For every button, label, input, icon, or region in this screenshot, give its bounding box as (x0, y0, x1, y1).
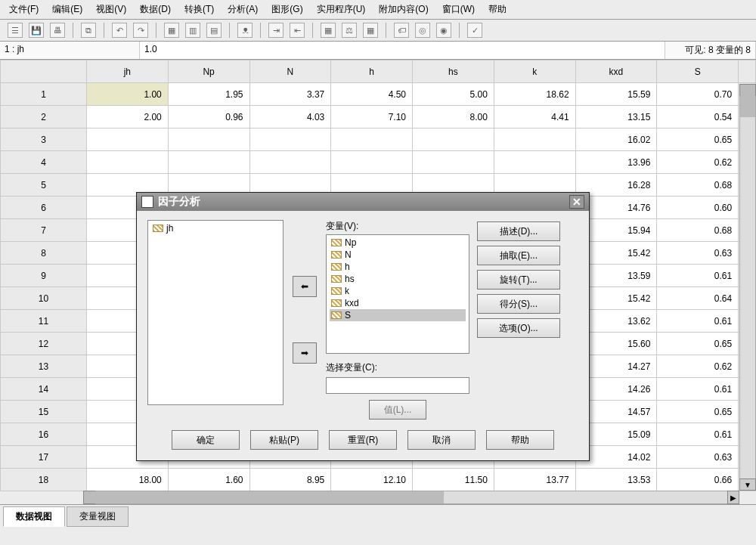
weight-icon[interactable]: ⚖ (342, 23, 357, 38)
grid-cell[interactable] (168, 129, 249, 151)
reset-button[interactable]: 重置(R) (329, 430, 397, 450)
column-header[interactable]: kxd (575, 60, 657, 83)
undo-icon[interactable]: ↶ (112, 23, 127, 38)
menu-addons[interactable]: 附加内容(O) (379, 3, 428, 16)
grid-cell[interactable]: 8.95 (249, 469, 331, 491)
variables-icon[interactable]: ▤ (206, 23, 222, 38)
grid-cell[interactable] (249, 129, 331, 151)
value-button[interactable]: 值(L)... (369, 400, 426, 420)
scroll-thumb[interactable] (84, 491, 444, 503)
row-header[interactable]: 18 (1, 469, 87, 491)
row-header[interactable]: 11 (1, 310, 87, 333)
row-header[interactable]: 8 (1, 242, 87, 265)
grid-cell[interactable]: 0.62 (657, 151, 739, 174)
grid-cell[interactable]: 0.61 (657, 310, 739, 333)
grid-cell[interactable] (168, 151, 249, 174)
scroll-down-icon[interactable]: ▼ (739, 478, 756, 491)
grid-cell[interactable]: 0.65 (657, 401, 739, 423)
grid-cell[interactable]: 0.64 (657, 287, 739, 310)
column-header[interactable]: hs (413, 60, 494, 83)
grid-cell[interactable]: 0.70 (657, 83, 739, 106)
grid-cell[interactable]: 18.62 (494, 83, 575, 106)
grid-cell[interactable]: 3.37 (249, 83, 331, 106)
row-header[interactable]: 9 (1, 265, 87, 287)
split-file-icon[interactable]: ▦ (321, 23, 336, 38)
menu-utilities[interactable]: 实用程序(U) (317, 3, 366, 16)
row-header[interactable]: 2 (1, 106, 87, 129)
close-button[interactable]: ✕ (569, 195, 584, 209)
grid-cell[interactable] (249, 151, 331, 174)
grid-cell[interactable]: 4.50 (331, 83, 413, 106)
grid-cell[interactable]: 13.96 (575, 151, 657, 174)
move-to-selection-button[interactable]: ➡ (293, 342, 317, 364)
grid-cell[interactable]: 2.00 (86, 106, 168, 129)
grid-cell[interactable]: 1.60 (168, 469, 249, 491)
grid-cell[interactable] (331, 129, 413, 151)
row-header[interactable]: 12 (1, 333, 87, 355)
grid-cell[interactable]: 0.61 (657, 265, 739, 287)
save-icon[interactable]: 💾 (29, 23, 44, 38)
cell-value-editor[interactable]: 1.0 (140, 42, 665, 59)
grid-cell[interactable]: 12.10 (331, 469, 413, 491)
grid-cell[interactable] (413, 129, 494, 151)
ok-button[interactable]: 确定 (172, 430, 240, 450)
grid-cell[interactable]: 5.00 (413, 83, 494, 106)
row-header[interactable]: 7 (1, 219, 87, 242)
grid-cell[interactable]: 13.53 (575, 469, 657, 491)
column-header[interactable]: S (657, 60, 739, 83)
column-header[interactable]: h (331, 60, 413, 83)
grid-cell[interactable]: 0.63 (657, 242, 739, 265)
row-header[interactable]: 15 (1, 401, 87, 423)
grid-cell[interactable]: 0.60 (657, 197, 739, 219)
print-icon[interactable]: 🖶 (50, 23, 65, 38)
cancel-button[interactable]: 取消 (407, 430, 476, 450)
grid-cell[interactable] (494, 151, 575, 174)
select-cases-icon[interactable]: ▦ (363, 23, 378, 38)
grid-cell[interactable] (86, 151, 168, 174)
row-header[interactable]: 5 (1, 174, 87, 197)
grid-cell[interactable]: 0.63 (657, 446, 739, 469)
grid-cell[interactable]: 0.66 (657, 469, 739, 491)
cell-reference[interactable]: 1 : jh (0, 42, 140, 59)
grid-cell[interactable]: 13.77 (494, 469, 575, 491)
goto-var-icon[interactable]: ▥ (185, 23, 200, 38)
grid-cell[interactable]: 0.62 (657, 355, 739, 378)
row-header[interactable]: 17 (1, 446, 87, 469)
grid-cell[interactable]: 4.41 (494, 106, 575, 129)
grid-cell[interactable] (86, 129, 168, 151)
column-header[interactable]: jh (86, 60, 168, 83)
grid-cell[interactable] (413, 151, 494, 174)
tab-data-view[interactable]: 数据视图 (3, 506, 65, 527)
grid-cell[interactable]: 0.65 (657, 333, 739, 355)
value-labels-icon[interactable]: 🏷 (394, 23, 409, 38)
use-sets-icon[interactable]: ◎ (415, 23, 430, 38)
menu-view[interactable]: 视图(V) (96, 3, 126, 16)
list-item[interactable]: Np (330, 237, 466, 249)
list-item[interactable]: S (330, 309, 466, 321)
grid-cell[interactable]: 0.61 (657, 378, 739, 401)
grid-cell[interactable]: 1.95 (168, 83, 249, 106)
menu-graphs[interactable]: 图形(G) (271, 3, 302, 16)
grid-cell[interactable]: 18.00 (86, 469, 168, 491)
selection-variable-input[interactable] (326, 377, 469, 394)
list-item[interactable]: kxd (330, 297, 466, 309)
grid-cell[interactable]: 4.03 (249, 106, 331, 129)
find-icon[interactable]: ᴥ (237, 23, 253, 38)
list-item[interactable]: h (330, 261, 466, 273)
menu-data[interactable]: 数据(D) (140, 3, 171, 16)
grid-corner[interactable] (1, 60, 87, 83)
grid-cell[interactable]: 0.65 (657, 129, 739, 151)
insert-case-icon[interactable]: ⇥ (268, 23, 284, 38)
target-variable-list[interactable]: NpNhhskkxdS (326, 234, 469, 354)
grid-cell[interactable]: 15.59 (575, 83, 657, 106)
tab-variable-view[interactable]: 变量视图 (67, 506, 129, 527)
row-header[interactable]: 13 (1, 355, 87, 378)
menu-window[interactable]: 窗口(W) (442, 3, 475, 16)
grid-cell[interactable]: 8.00 (413, 106, 494, 129)
open-icon[interactable]: ☰ (8, 23, 23, 38)
descriptives-button[interactable]: 描述(D)... (477, 221, 560, 241)
grid-cell[interactable]: 1.00 (86, 83, 168, 106)
row-header[interactable]: 14 (1, 378, 87, 401)
grid-cell[interactable]: 0.96 (168, 106, 249, 129)
list-item[interactable]: k (330, 285, 466, 297)
